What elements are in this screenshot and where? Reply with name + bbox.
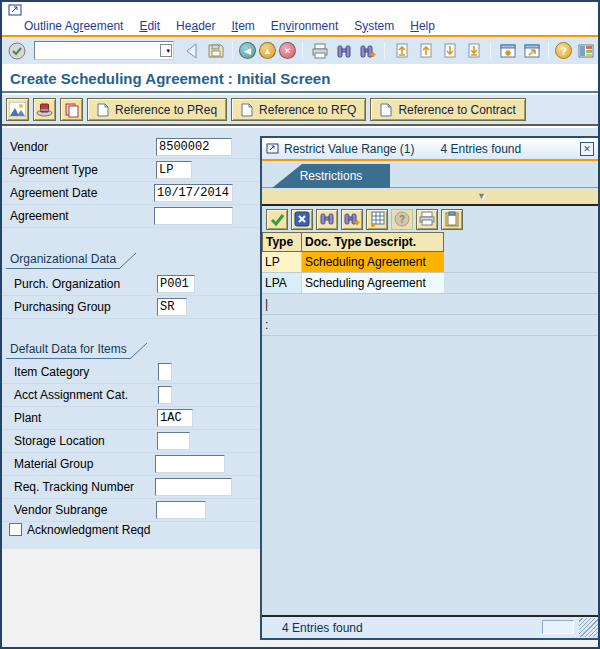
menu-item[interactable]: Item: [223, 19, 262, 33]
popup-title-bar[interactable]: Restrict Value Range (1) 4 Entries found…: [262, 138, 598, 159]
first-page-icon[interactable]: [391, 40, 412, 61]
print-icon[interactable]: [309, 40, 330, 61]
reference-to-preq-button[interactable]: Reference to PReq: [87, 98, 227, 121]
type-cell[interactable]: |: [262, 294, 302, 314]
next-page-icon[interactable]: [439, 40, 460, 61]
find-popup-icon[interactable]: [316, 209, 338, 230]
column-header-type[interactable]: Type: [262, 232, 302, 252]
purch-organization-input[interactable]: [157, 275, 195, 293]
description-cell[interactable]: Scheduling Agreement: [302, 252, 444, 272]
customize-layout-icon[interactable]: [575, 40, 596, 61]
material-group-input[interactable]: [155, 455, 225, 473]
exit-icon[interactable]: ▲: [259, 42, 276, 59]
back-triangle-icon[interactable]: [181, 40, 202, 61]
table-row[interactable]: LP Scheduling Agreement: [262, 252, 598, 273]
organizational-data-section-header: Organizational Data: [6, 249, 138, 269]
agreement-input[interactable]: [154, 207, 233, 225]
default-data-title: Default Data for Items: [6, 342, 131, 359]
table-row[interactable]: LPA Scheduling Agreement: [262, 273, 598, 294]
last-page-icon[interactable]: [463, 40, 484, 61]
application-toolbar: Reference to PReq Reference to RFQ Refer…: [2, 95, 598, 126]
toolbar-separator: [232, 42, 233, 59]
previous-page-icon[interactable]: [415, 40, 436, 61]
cancel-popup-icon[interactable]: [291, 209, 313, 230]
agreement-type-input[interactable]: [156, 161, 192, 179]
storage-location-input[interactable]: [157, 432, 190, 450]
reference-to-rfq-button[interactable]: Reference to RFQ: [231, 98, 366, 121]
command-history-icon[interactable]: ▾: [160, 44, 172, 57]
vendor-subrange-input[interactable]: [156, 501, 206, 519]
find-next-popup-icon[interactable]: [341, 209, 363, 230]
menu-edit[interactable]: Edit: [131, 19, 168, 33]
purchasing-group-input[interactable]: [157, 298, 187, 316]
print-popup-icon[interactable]: [416, 209, 438, 230]
popup-empty-area: [262, 336, 598, 615]
popup-filter-strip[interactable]: ▼: [262, 188, 598, 204]
status-field: [542, 620, 574, 634]
description-cell[interactable]: [302, 315, 444, 335]
vendor-button[interactable]: [33, 98, 56, 121]
field-row-agreement: Agreement: [2, 205, 259, 228]
agreement-date-input[interactable]: [154, 184, 233, 202]
save-icon[interactable]: [205, 40, 226, 61]
acct-assignment-input[interactable]: [158, 386, 172, 404]
popup-session-icon: [266, 143, 279, 154]
type-cell[interactable]: :: [262, 315, 302, 335]
reference-to-contract-button[interactable]: Reference to Contract: [370, 98, 525, 121]
popup-close-icon[interactable]: ✕: [580, 142, 594, 156]
status-text: 4 Entries found: [282, 621, 363, 635]
overview-button[interactable]: [6, 98, 29, 121]
cancel-icon[interactable]: ✕: [279, 42, 296, 59]
item-category-input[interactable]: [158, 363, 172, 381]
table-row[interactable]: |: [262, 294, 598, 315]
find-icon[interactable]: [333, 40, 354, 61]
item-category-label: Item Category: [14, 365, 89, 379]
section-diagonal: [120, 252, 138, 269]
clipboard-icon[interactable]: [441, 209, 463, 230]
vendor-input[interactable]: [156, 138, 232, 156]
restrict-value-range-popup: Restrict Value Range (1) 4 Entries found…: [260, 136, 600, 640]
vendor-subrange-label: Vendor Subrange: [14, 503, 107, 517]
type-cell[interactable]: LPA: [262, 273, 302, 293]
enter-icon[interactable]: [6, 40, 27, 61]
popup-toolbar: ?: [262, 206, 598, 232]
new-session-icon[interactable]: [497, 40, 518, 61]
command-input[interactable]: [34, 41, 174, 60]
plant-input[interactable]: [157, 409, 193, 427]
menu-header[interactable]: Header: [168, 19, 223, 33]
tab-restrictions[interactable]: Restrictions: [272, 164, 390, 188]
doc-type-table: Type Doc. Type Descript. LP Scheduling A…: [262, 232, 598, 336]
description-cell[interactable]: Scheduling Agreement: [302, 273, 444, 293]
find-next-icon[interactable]: [357, 40, 378, 61]
organizational-data-title: Organizational Data: [6, 252, 120, 269]
table-header-row: Type Doc. Type Descript.: [262, 232, 598, 252]
req-tracking-number-input[interactable]: [155, 478, 232, 496]
column-header-description[interactable]: Doc. Type Descript.: [302, 232, 444, 252]
vendor-label: Vendor: [10, 140, 48, 154]
material-group-label: Material Group: [14, 457, 93, 471]
accept-icon[interactable]: [266, 209, 288, 230]
menu-outline-agreement[interactable]: Outline Agreement: [16, 19, 131, 33]
popup-entries-count: 4 Entries found: [441, 142, 522, 156]
copy-button[interactable]: [60, 98, 83, 121]
content-area: Vendor Agreement Type Agreement Date Agr…: [2, 128, 598, 647]
section-diagonal: [131, 342, 149, 359]
table-row[interactable]: :: [262, 315, 598, 336]
new-values-icon[interactable]: [366, 209, 388, 230]
menu-system[interactable]: System: [346, 19, 402, 33]
description-cell[interactable]: [302, 294, 444, 314]
type-cell[interactable]: LP: [262, 252, 302, 272]
window-top-strip: [2, 2, 598, 17]
agreement-type-label: Agreement Type: [10, 163, 98, 177]
menu-environment[interactable]: Environment: [263, 19, 346, 33]
menu-help[interactable]: Help: [402, 19, 443, 33]
resize-grip[interactable]: [579, 618, 598, 637]
toolbar-separator: [548, 42, 549, 59]
acknowledgment-checkbox[interactable]: [9, 523, 22, 536]
filter-triangle-icon[interactable]: ▼: [477, 191, 486, 201]
sap-window: Outline Agreement Edit Header Item Envir…: [0, 0, 600, 649]
back-icon[interactable]: ◀: [239, 42, 256, 59]
create-shortcut-icon[interactable]: [521, 40, 542, 61]
help-icon[interactable]: ?: [555, 42, 572, 59]
menu-bar: Outline Agreement Edit Header Item Envir…: [2, 16, 598, 35]
